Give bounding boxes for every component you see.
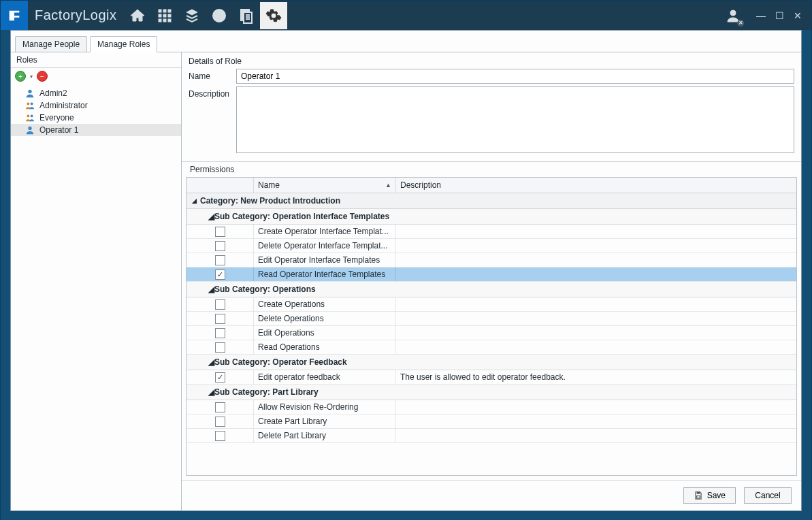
name-field[interactable] — [236, 69, 794, 84]
permission-desc — [396, 239, 796, 253]
svg-rect-6 — [159, 19, 161, 22]
tab-manage-people[interactable]: Manage People — [15, 36, 87, 52]
description-label: Description — [189, 86, 236, 99]
permission-name: Edit operator feedback — [254, 370, 396, 384]
globe-icon[interactable] — [206, 2, 233, 29]
permission-checkbox[interactable] — [215, 241, 225, 251]
collapse-icon[interactable]: ◢ — [208, 357, 214, 367]
permission-name: Allow Revision Re-Ordering — [254, 400, 396, 414]
permission-row[interactable]: Create Operations — [186, 297, 796, 312]
svg-rect-23 — [696, 496, 700, 499]
collapse-icon[interactable]: ◢ — [208, 212, 214, 221]
permission-checkbox[interactable] — [215, 255, 225, 265]
grid-icon[interactable] — [151, 2, 178, 29]
permission-name: Delete Part Library — [254, 429, 396, 442]
permission-name: Create Operations — [254, 297, 396, 311]
permission-desc — [396, 415, 796, 428]
subcategory-row[interactable]: ◢Sub Category: Operation Interface Templ… — [186, 209, 796, 225]
save-button[interactable]: Save — [683, 487, 736, 504]
permission-row[interactable]: Edit operator feedbackThe user is allowe… — [186, 370, 796, 385]
document-icon[interactable] — [233, 2, 260, 29]
col-name[interactable]: Name ▲ — [254, 178, 396, 193]
permission-name: Edit Operator Interface Templates — [254, 253, 396, 267]
permission-checkbox[interactable] — [215, 402, 225, 412]
col-checkbox — [186, 178, 254, 193]
permission-row[interactable]: Delete Part Library — [186, 429, 796, 443]
permission-checkbox[interactable] — [215, 270, 225, 280]
permission-row[interactable]: Edit Operations — [186, 326, 796, 340]
close-icon[interactable]: ✕ — [794, 11, 802, 20]
permission-desc — [396, 267, 796, 281]
permission-name: Edit Operations — [254, 326, 396, 340]
role-item[interactable]: Everyone — [11, 112, 181, 124]
permission-row[interactable]: Allow Revision Re-Ordering — [186, 400, 796, 415]
role-item[interactable]: Operator 1 — [11, 124, 181, 136]
subcategory-row[interactable]: ◢Sub Category: Part Library — [186, 385, 796, 400]
svg-rect-22 — [696, 492, 700, 494]
minimize-icon[interactable]: — — [756, 11, 766, 20]
permission-row[interactable]: Edit Operator Interface Templates — [186, 253, 796, 267]
home-icon[interactable] — [124, 2, 151, 29]
permission-checkbox[interactable] — [215, 431, 225, 441]
permission-row[interactable]: Delete Operator Interface Templat... — [186, 239, 796, 253]
permission-checkbox[interactable] — [215, 372, 225, 383]
permission-checkbox[interactable] — [215, 342, 225, 353]
svg-rect-1 — [163, 10, 166, 12]
svg-point-15 — [730, 10, 736, 16]
permission-row[interactable]: Read Operator Interface Templates — [186, 267, 796, 282]
permission-checkbox[interactable] — [215, 227, 225, 237]
cancel-button[interactable]: Cancel — [744, 487, 792, 504]
tab-manage-roles[interactable]: Manage Roles — [90, 36, 157, 52]
permission-row[interactable]: Create Part Library — [186, 415, 796, 429]
permission-desc — [396, 326, 796, 340]
svg-rect-3 — [159, 14, 161, 17]
col-description[interactable]: Description — [396, 178, 796, 193]
role-item[interactable]: Administrator — [11, 99, 181, 112]
add-role-dropdown[interactable]: ▾ — [30, 74, 33, 80]
collapse-icon[interactable]: ◢ — [192, 197, 200, 204]
user-icon[interactable]: ✕ — [719, 2, 747, 29]
svg-point-17 — [27, 102, 29, 105]
permission-row[interactable]: Read Operations — [186, 340, 796, 355]
permission-checkbox[interactable] — [215, 328, 225, 338]
maximize-icon[interactable]: ☐ — [775, 11, 784, 20]
svg-point-16 — [28, 90, 31, 93]
permission-checkbox[interactable] — [215, 417, 225, 427]
role-list: Admin2AdministratorEveryoneOperator 1 — [11, 84, 181, 139]
collapse-icon[interactable]: ◢ — [208, 387, 214, 397]
collapse-icon[interactable]: ◢ — [208, 285, 214, 294]
permission-name: Create Operator Interface Templat... — [254, 225, 396, 238]
add-role-button[interactable]: + — [15, 71, 26, 82]
brand-prefix: Factory — [35, 7, 82, 22]
permissions-grid[interactable]: ◢Category: New Product Introduction◢Sub … — [186, 193, 796, 475]
permission-name: Create Part Library — [254, 415, 396, 428]
category-row[interactable]: ◢Category: New Product Introduction — [186, 193, 796, 209]
col-name-label: Name — [258, 180, 280, 190]
svg-rect-7 — [163, 19, 166, 22]
svg-rect-0 — [159, 10, 161, 12]
description-field[interactable] — [236, 86, 794, 153]
permission-row[interactable]: Create Operator Interface Templat... — [186, 225, 796, 239]
stack-icon[interactable] — [178, 2, 206, 29]
details-title: Details of Role — [189, 56, 794, 66]
permission-row[interactable]: Delete Operations — [186, 312, 796, 326]
svg-rect-8 — [168, 19, 171, 22]
role-item[interactable]: Admin2 — [11, 87, 181, 99]
brand-suffix: Logix — [82, 7, 116, 22]
subcategory-row[interactable]: ◢Sub Category: Operations — [186, 282, 796, 297]
subcategory-row[interactable]: ◢Sub Category: Operator Feedback — [186, 355, 796, 370]
permission-desc — [396, 253, 796, 267]
delete-role-button[interactable]: − — [37, 71, 48, 82]
svg-point-21 — [28, 127, 31, 130]
permission-name: Read Operations — [254, 340, 396, 354]
role-label: Everyone — [39, 113, 74, 123]
role-label: Operator 1 — [39, 125, 78, 135]
permission-checkbox[interactable] — [215, 314, 225, 324]
permission-checkbox[interactable] — [215, 299, 225, 310]
permission-desc — [396, 400, 796, 414]
gear-icon[interactable] — [260, 2, 287, 29]
permission-desc — [396, 429, 796, 442]
svg-point-19 — [27, 114, 29, 117]
app-brand: FactoryLogix — [28, 7, 124, 23]
permission-name: Read Operator Interface Templates — [254, 267, 396, 281]
